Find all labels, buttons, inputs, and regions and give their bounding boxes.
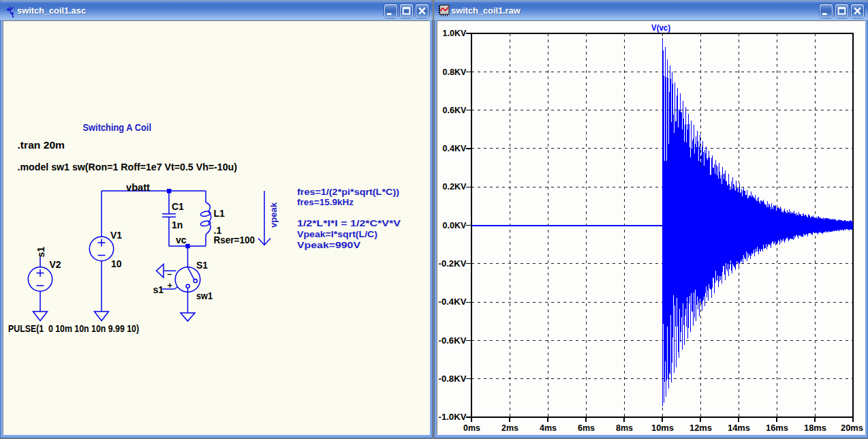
svg-text:-1.0KV: -1.0KV <box>439 412 467 422</box>
svg-text:L1: L1 <box>214 208 226 219</box>
svg-text:-0.2KV: -0.2KV <box>439 258 467 269</box>
svg-text:V(vc): V(vc) <box>651 23 670 33</box>
svg-text:16ms: 16ms <box>766 423 788 433</box>
svg-text:18ms: 18ms <box>804 423 826 433</box>
svg-text:–: – <box>168 269 172 279</box>
svg-text:Vpeak=I*sqrt(L/C): Vpeak=I*sqrt(L/C) <box>297 229 377 239</box>
svg-text:+: + <box>168 280 173 290</box>
svg-text:fres=15.9kHz: fres=15.9kHz <box>297 197 354 207</box>
svg-text:.tran 20m: .tran 20m <box>18 140 65 151</box>
svg-text:s1: s1 <box>153 284 164 295</box>
svg-text:-0.6KV: -0.6KV <box>439 335 467 346</box>
svg-text:PULSE(1 0 10m 10n 10n 9.99 10: PULSE(1 0 10m 10n 10n 9.99 10) <box>8 323 139 334</box>
svg-text:1.0KV: 1.0KV <box>443 28 467 38</box>
svg-text:Switching A Coil: Switching A Coil <box>83 122 152 133</box>
svg-text:10ms: 10ms <box>651 423 674 433</box>
svg-text:2ms: 2ms <box>501 423 518 433</box>
svg-text:0.0KV: 0.0KV <box>443 220 467 230</box>
svg-text:sw1: sw1 <box>196 290 213 301</box>
svg-text:C1: C1 <box>172 201 184 212</box>
svg-text:vc: vc <box>176 234 187 245</box>
svg-text:14ms: 14ms <box>728 423 750 433</box>
svg-text:-0.8KV: -0.8KV <box>439 374 467 384</box>
svg-text:.model sw1 sw(Ron=1 Roff=1e7 V: .model sw1 sw(Ron=1 Roff=1e7 Vt=0.5 Vh=-… <box>18 162 238 172</box>
svg-text:-0.4KV: -0.4KV <box>439 297 467 307</box>
svg-text:0ms: 0ms <box>463 423 480 433</box>
svg-text:8ms: 8ms <box>616 423 633 433</box>
svg-text:0.4KV: 0.4KV <box>443 143 467 153</box>
svg-text:10: 10 <box>111 258 122 269</box>
svg-text:0.6KV: 0.6KV <box>443 105 467 115</box>
svg-text:0.8KV: 0.8KV <box>443 67 467 77</box>
svg-text:vpeak: vpeak <box>268 202 279 228</box>
svg-text:12ms: 12ms <box>689 423 712 433</box>
svg-text:0.2KV: 0.2KV <box>443 181 467 192</box>
svg-text:6ms: 6ms <box>578 423 595 433</box>
svg-text:1/2*L*I*I = 1/2*C*V*V: 1/2*L*I*I = 1/2*C*V*V <box>297 218 401 228</box>
svg-text:4ms: 4ms <box>540 423 557 433</box>
svg-text:s1: s1 <box>35 247 46 258</box>
svg-text:vbatt: vbatt <box>126 182 150 193</box>
svg-text:1n: 1n <box>172 220 183 230</box>
svg-text:V2: V2 <box>50 259 61 270</box>
svg-text:fres=1/(2*pi*sqrt(L*C)): fres=1/(2*pi*sqrt(L*C)) <box>297 187 399 197</box>
svg-text:20ms: 20ms <box>841 423 863 433</box>
svg-text:V1: V1 <box>110 230 122 241</box>
svg-text:S1: S1 <box>196 260 208 271</box>
svg-text:Vpeak=990V: Vpeak=990V <box>297 240 360 250</box>
svg-text:Rser=100: Rser=100 <box>214 234 255 245</box>
